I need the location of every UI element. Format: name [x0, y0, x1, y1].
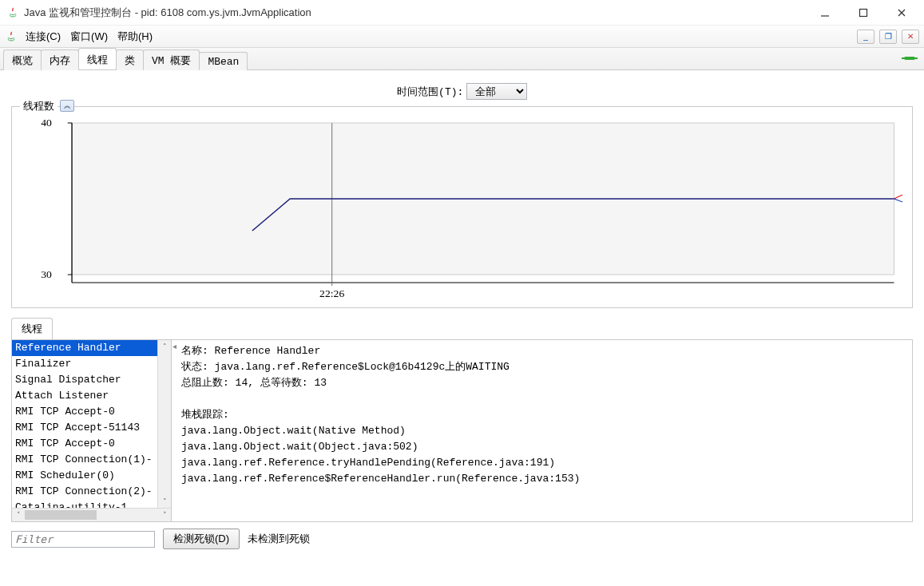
thread-list-vscroll[interactable]: ˄ ˅	[157, 340, 171, 508]
thread-list-item[interactable]: Signal Dispatcher	[12, 372, 157, 388]
threads-detail-section: 线程 Reference HandlerFinalizerSignal Disp…	[11, 318, 913, 522]
close-button[interactable]	[892, 3, 911, 22]
threads-tab-strip: 线程	[11, 318, 913, 340]
thread-list-item[interactable]: RMI Scheduler(0)	[12, 468, 157, 484]
scroll-up-icon[interactable]: ˄	[158, 340, 171, 353]
filter-input[interactable]	[11, 531, 155, 548]
svg-rect-4	[904, 57, 915, 60]
window-controls	[815, 3, 918, 22]
thread-list-item[interactable]: Reference Handler	[12, 340, 157, 356]
tab-mbean[interactable]: MBean	[199, 52, 248, 70]
chart-group-label: 线程数	[20, 99, 58, 113]
timerange-row: 时间范围(T): 全部	[8, 75, 916, 106]
chart-area: 40 30 22:26 峰值 35 活动线程 35	[22, 115, 902, 303]
menu-connect[interactable]: 连接(C)	[21, 28, 65, 46]
chart-collapse-button[interactable]: ︽	[60, 100, 74, 112]
thread-count-chart-group: 线程数 ︽ 40 30 22:26 峰值 35 活动线程 35	[11, 106, 913, 308]
thread-list-item[interactable]: RMI TCP Connection(2)-	[12, 484, 157, 500]
threads-tab[interactable]: 线程	[11, 318, 53, 339]
java-icon	[6, 6, 19, 19]
menu-window[interactable]: 窗口(W)	[65, 28, 113, 46]
tab-memory[interactable]: 内存	[41, 49, 79, 70]
thread-list-hscroll[interactable]: ˂ ˃	[12, 508, 171, 521]
inner-minimize-button[interactable]: _	[857, 30, 874, 44]
svg-text:30: 30	[41, 268, 52, 280]
svg-rect-6	[914, 57, 918, 59]
scroll-left-icon[interactable]: ˂	[12, 509, 25, 521]
titlebar: Java 监视和管理控制台 - pid: 6108 com.ys.jvm.Jvm…	[0, 0, 924, 26]
thread-list-wrap: Reference HandlerFinalizerSignal Dispatc…	[12, 340, 172, 521]
menu-help[interactable]: 帮助(H)	[113, 28, 157, 46]
maximize-button[interactable]	[854, 3, 873, 22]
deadlock-status: 未检测到死锁	[248, 532, 310, 546]
scroll-right-icon[interactable]: ˃	[158, 509, 171, 521]
hscroll-thumb[interactable]	[25, 510, 97, 520]
content-area: 时间范围(T): 全部 线程数 ︽ 40 30 22:26 峰值 3	[0, 70, 924, 552]
menubar: 连接(C) 窗口(W) 帮助(H) _ ❐ ✕	[0, 26, 924, 48]
java-icon	[5, 30, 18, 43]
tabbar: 概览 内存 线程 类 VM 概要 MBean	[0, 48, 924, 70]
tab-threads[interactable]: 线程	[78, 48, 117, 69]
tab-classes[interactable]: 类	[116, 49, 144, 70]
svg-text:22:26: 22:26	[319, 287, 344, 299]
inner-window-controls: _ ❐ ✕	[857, 30, 919, 44]
inner-close-button[interactable]: ✕	[902, 30, 919, 44]
thread-list[interactable]: Reference HandlerFinalizerSignal Dispatc…	[12, 340, 157, 508]
threads-body: Reference HandlerFinalizerSignal Dispatc…	[11, 340, 913, 522]
thread-list-item[interactable]: Catalina-utility-1	[12, 500, 157, 508]
svg-rect-1	[860, 9, 867, 16]
window-title: Java 监视和管理控制台 - pid: 6108 com.ys.jvm.Jvm…	[24, 6, 815, 20]
inner-restore-button[interactable]: ❐	[879, 30, 897, 44]
svg-rect-5	[902, 57, 905, 59]
detect-deadlock-button[interactable]: 检测死锁(D)	[163, 529, 240, 549]
thread-list-item[interactable]: RMI TCP Connection(1)-	[12, 452, 157, 468]
thread-list-item[interactable]: RMI TCP Accept-51143	[12, 420, 157, 436]
thread-count-chart: 40 30 22:26	[22, 115, 902, 303]
svg-text:40: 40	[41, 117, 52, 129]
tab-vmsummary[interactable]: VM 概要	[143, 49, 200, 70]
thread-list-item[interactable]: Attach Listener	[12, 388, 157, 404]
thread-list-item[interactable]: Finalizer	[12, 356, 157, 372]
minimize-button[interactable]	[815, 3, 835, 22]
thread-list-item[interactable]: RMI TCP Accept-0	[12, 404, 157, 420]
tab-overview[interactable]: 概览	[3, 49, 42, 70]
thread-detail: 名称: Reference Handler 状态: java.lang.ref.…	[176, 340, 912, 521]
connection-status-icon	[902, 51, 918, 65]
timerange-select[interactable]: 全部	[466, 83, 527, 100]
timerange-label: 时间范围(T):	[397, 86, 463, 98]
footer-row: 检测死锁(D) 未检测到死锁	[11, 529, 913, 549]
scroll-down-icon[interactable]: ˅	[158, 495, 171, 508]
thread-list-item[interactable]: RMI TCP Accept-0	[12, 436, 157, 452]
